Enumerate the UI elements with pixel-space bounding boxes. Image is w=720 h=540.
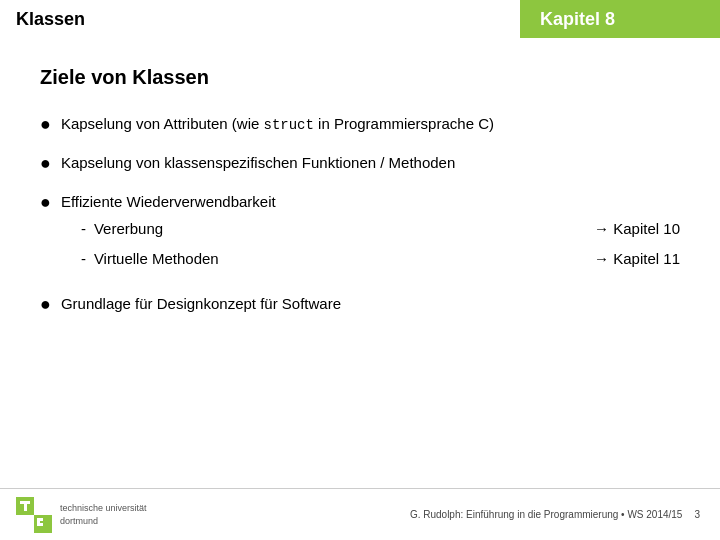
- bullet-text-2: Kapselung von klassenspezifischen Funkti…: [61, 152, 455, 175]
- sub-item-vererbung: Vererbung: [94, 218, 274, 241]
- footer-uni-text: technische universität dortmund: [60, 502, 147, 527]
- footer-page-number: 3: [694, 509, 700, 520]
- sub-item-row: - Virtuelle Methoden → Kapitel 11: [81, 248, 680, 271]
- sub-item-virtuelle: Virtuelle Methoden: [94, 248, 274, 271]
- bullet-dot: ●: [40, 189, 51, 216]
- sub-dash: -: [81, 218, 86, 241]
- footer-logo-area: technische universität dortmund: [16, 497, 147, 533]
- list-item: - Vererbung → Kapitel 10: [81, 218, 680, 241]
- bullet-text-1: Kapselung von Attributen (wie struct in …: [61, 113, 680, 136]
- sub-dash: -: [81, 248, 86, 271]
- list-item: - Virtuelle Methoden → Kapitel 11: [81, 248, 680, 271]
- bullet-dot: ●: [40, 150, 51, 177]
- uni-line1: technische universität: [60, 502, 147, 515]
- tu-logo-icon: [16, 497, 52, 533]
- uni-line2: dortmund: [60, 515, 147, 528]
- header-right: Kapitel 8: [520, 0, 720, 38]
- svg-rect-3: [24, 501, 27, 511]
- svg-rect-5: [37, 518, 40, 526]
- bullet-text-3: Effiziente Wiederverwendbarkeit: [61, 193, 276, 210]
- header-left: Klassen: [0, 0, 520, 38]
- chapter-label: Klassen: [16, 9, 85, 30]
- footer: technische universität dortmund G. Rudol…: [0, 488, 720, 540]
- bullet-text-4: Grundlage für Designkonzept für Software: [61, 293, 341, 316]
- list-item: ● Grundlage für Designkonzept für Softwa…: [40, 293, 680, 318]
- sub-item-row: - Vererbung → Kapitel 10: [81, 218, 680, 241]
- sub-arrow-vererbung: → Kapitel 10: [514, 218, 680, 241]
- sub-arrow-virtuelle: → Kapitel 11: [514, 248, 680, 271]
- svg-rect-7: [40, 523, 43, 526]
- main-content: Ziele von Klassen ● Kapselung von Attrib…: [0, 38, 720, 352]
- header: Klassen Kapitel 8: [0, 0, 720, 38]
- list-item: ● Kapselung von Attributen (wie struct i…: [40, 113, 680, 138]
- kapitel-label: Kapitel 8: [540, 9, 615, 30]
- list-item: ● Kapselung von klassenspezifischen Funk…: [40, 152, 680, 177]
- svg-rect-6: [40, 518, 43, 521]
- footer-citation: G. Rudolph: Einführung in die Programmie…: [410, 509, 683, 520]
- bullet-dot: ●: [40, 111, 51, 138]
- bullet-dot: ●: [40, 291, 51, 318]
- sub-list: - Vererbung → Kapitel 10 - Virtuelle Met…: [81, 218, 680, 271]
- page-title: Ziele von Klassen: [40, 66, 680, 89]
- bullet-3-content: Effiziente Wiederverwendbarkeit - Vererb…: [61, 191, 680, 279]
- bullet-list: ● Kapselung von Attributen (wie struct i…: [40, 113, 680, 318]
- list-item: ● Effiziente Wiederverwendbarkeit - Vere…: [40, 191, 680, 279]
- citation-text: G. Rudolph: Einführung in die Programmie…: [410, 509, 683, 520]
- code-struct: struct: [264, 117, 314, 133]
